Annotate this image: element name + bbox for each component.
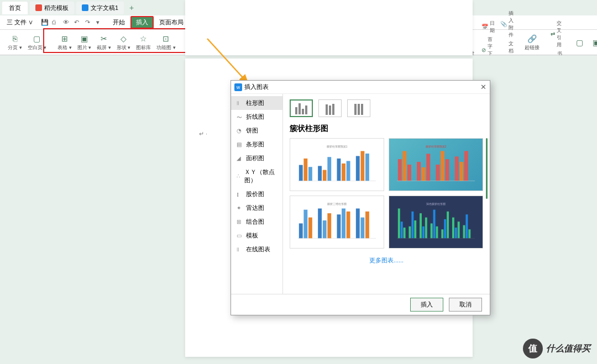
ribbon-图片[interactable]: ▣图片 ▾	[75, 31, 94, 54]
svg-rect-46	[401, 221, 403, 238]
chart-type-条形图[interactable]: ▤条形图	[231, 138, 282, 151]
scrollbar[interactable]	[486, 138, 488, 199]
svg-rect-9	[337, 159, 341, 181]
chart-type-icon: ◢	[237, 155, 243, 162]
tab-document[interactable]: 文字文稿1	[76, 2, 124, 14]
save-icon[interactable]: 💾	[41, 19, 49, 27]
chart-type-icon: ⊞	[237, 219, 243, 225]
svg-rect-5	[308, 167, 312, 181]
ribbon-插入附件[interactable]: 📎插入附件	[498, 9, 516, 39]
ribbon-日期[interactable]: 📅日期	[479, 19, 497, 35]
ribbon-icon: ☆	[139, 34, 149, 44]
svg-rect-45	[398, 208, 400, 238]
svg-rect-39	[347, 212, 350, 239]
menu-pagelayout[interactable]: 页面布局	[155, 16, 188, 29]
chart-type-icon: 〜	[237, 114, 243, 120]
ribbon-交叉引用[interactable]: ⇄交叉引用	[548, 19, 566, 49]
svg-text:深色簇状柱形图: 深色簇状柱形图	[426, 202, 446, 205]
ribbon-形状[interactable]: ◇形状 ▾	[114, 31, 133, 54]
svg-rect-18	[402, 151, 406, 181]
svg-rect-57	[441, 229, 443, 238]
chart-type-icon: ∴	[237, 173, 242, 180]
ribbon-分页[interactable]: ⎘分页 ▾	[6, 31, 24, 54]
svg-rect-65	[468, 229, 470, 238]
chart-type-icon: ▭	[237, 233, 243, 239]
svg-rect-8	[327, 157, 331, 181]
chart-type-ＸＹ（散点图）[interactable]: ∴ＸＹ（散点图）	[231, 165, 282, 187]
svg-text:簇状柱形图预览2: 簇状柱形图预览2	[426, 145, 447, 148]
chart-type-饼图[interactable]: ◔饼图	[231, 124, 282, 138]
svg-rect-64	[465, 214, 468, 238]
ribbon-图标库[interactable]: ☆图标库	[134, 31, 153, 54]
svg-rect-33	[308, 218, 312, 239]
chart-preview-2[interactable]: 簇状三维柱形图	[290, 196, 384, 249]
undo-icon[interactable]: ↶	[74, 19, 82, 27]
svg-rect-34	[318, 208, 322, 238]
dialog-icon: w	[234, 83, 242, 91]
svg-rect-38	[342, 208, 345, 238]
dropdown-icon[interactable]: ▾	[96, 19, 104, 27]
chart-type-组合图[interactable]: ⊞组合图	[231, 215, 282, 229]
tab-template[interactable]: 稻壳模板	[30, 2, 74, 14]
menu-start[interactable]: 开始	[108, 16, 129, 29]
view-mode-button[interactable]: ▢	[572, 31, 587, 54]
cancel-button[interactable]: 取消	[449, 298, 482, 312]
chart-type-icon: ▤	[237, 141, 243, 148]
close-button[interactable]: ✕	[480, 83, 486, 91]
svg-rect-37	[337, 214, 341, 238]
ribbon-icon: 📅	[481, 24, 488, 30]
chart-preview-0[interactable]: 簇状柱形图预览1	[290, 138, 384, 191]
chart-type-柱形图[interactable]: ⫴柱形图	[231, 96, 282, 110]
ribbon-空白页[interactable]: ▢空白页 ▾	[25, 31, 49, 54]
svg-rect-52	[422, 226, 425, 239]
ribbon-超链接[interactable]: 🔗超链接	[522, 31, 542, 54]
ribbon-icon: 📎	[500, 21, 507, 28]
dialog-titlebar: w 插入图表 ✕	[231, 81, 490, 94]
chart-type-折线图[interactable]: 〜折线图	[231, 110, 282, 124]
chart-type-雷达图[interactable]: ✦雷达图	[231, 201, 282, 215]
subtype-stacked[interactable]	[318, 99, 342, 117]
file-menu[interactable]: 三 文件 ∨	[3, 18, 36, 27]
ribbon-icon: ▣	[79, 34, 89, 44]
view-mode-button[interactable]: ▣	[588, 31, 597, 54]
tab-icon	[35, 4, 42, 11]
chart-type-icon: ⫴	[237, 100, 243, 107]
svg-rect-63	[463, 225, 465, 239]
chart-type-模板[interactable]: ▭模板	[231, 229, 282, 242]
chart-type-面积图[interactable]: ◢面积图	[231, 151, 282, 165]
svg-rect-10	[342, 163, 345, 181]
new-tab-button[interactable]: +	[126, 2, 137, 13]
insert-button[interactable]: 插入	[410, 298, 443, 312]
menu-insert[interactable]: 插入	[130, 16, 154, 29]
preview-icon[interactable]: 👁	[63, 19, 71, 27]
chart-type-在线图表[interactable]: ⫴在线图表	[231, 242, 282, 256]
redo-icon[interactable]: ↷	[85, 19, 93, 27]
ribbon-功能图[interactable]: ⊡功能图 ▾	[154, 31, 178, 54]
svg-rect-6	[318, 166, 322, 181]
print-icon[interactable]: ⎙	[52, 19, 60, 27]
chart-type-icon: ◔	[237, 128, 243, 134]
watermark: 值 什么值得买	[523, 339, 590, 358]
ribbon-表格[interactable]: ⊞表格 ▾	[55, 31, 74, 54]
chart-preview-1[interactable]: 簇状柱形图预览2	[389, 138, 483, 191]
svg-rect-40	[356, 208, 360, 238]
svg-rect-20	[417, 162, 421, 181]
more-charts-link[interactable]: 更多图表......	[290, 256, 483, 265]
chart-type-股价图[interactable]: ⫿股价图	[231, 187, 282, 201]
ribbon-icon: 🔗	[527, 34, 537, 44]
ribbon-截屏[interactable]: ✂截屏 ▾	[95, 31, 113, 54]
chart-type-icon: ⫿	[237, 191, 243, 198]
svg-rect-55	[433, 210, 436, 239]
chart-preview-3[interactable]: 深色簇状柱形图	[389, 196, 483, 249]
watermark-icon: 值	[523, 339, 543, 358]
svg-rect-17	[398, 159, 402, 181]
tab-home[interactable]: 首页	[2, 2, 28, 14]
subtype-clustered[interactable]	[290, 99, 313, 117]
svg-rect-13	[360, 151, 364, 181]
svg-rect-35	[323, 220, 327, 238]
svg-rect-49	[411, 212, 413, 239]
svg-rect-41	[360, 218, 364, 239]
chart-type-icon: ✦	[237, 205, 243, 212]
subtype-100stacked[interactable]	[347, 99, 370, 117]
ribbon-icon: ⇄	[551, 31, 555, 38]
